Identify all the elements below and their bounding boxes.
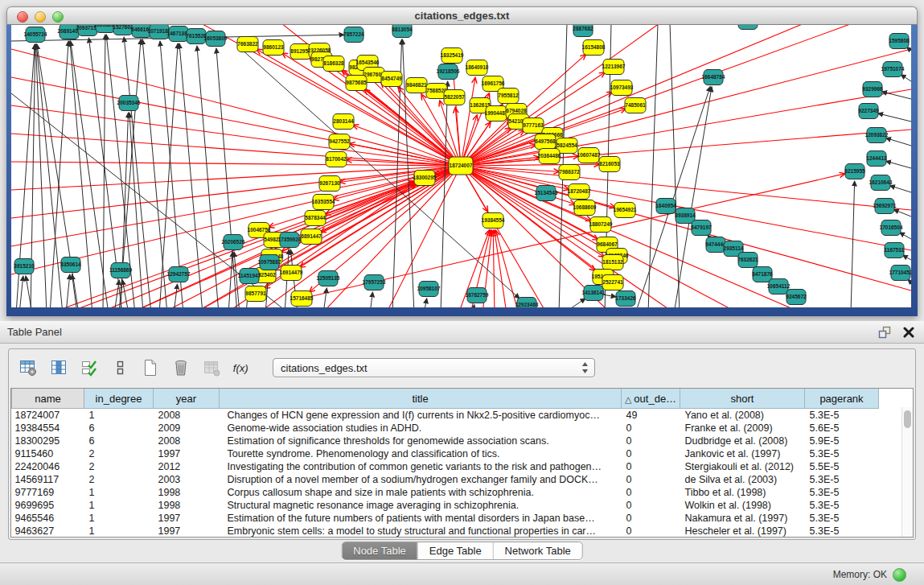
graph-node[interactable]: 8216053 [599,157,620,172]
graph-node[interactable]: 20206526 [222,235,245,250]
column-header-name[interactable]: name [12,389,84,409]
graph-node[interactable]: 12093822 [865,128,889,143]
graph-node[interactable]: 8813054 [392,25,413,38]
tab-edge-table[interactable]: Edge Table [417,542,493,559]
graph-node[interactable]: 10975887 [258,255,281,270]
graph-node[interactable]: 17359924 [278,233,302,248]
graph-node[interactable]: 12923468 [515,298,539,308]
table-row[interactable]: 969969511998Structural magnetic resonanc… [12,499,879,512]
graph-node[interactable]: 7663822 [237,37,258,52]
graph-node[interactable]: 16353554 [312,195,335,210]
table-row[interactable]: 946554611997Estimation of the future num… [12,512,879,525]
delete-table-icon[interactable] [170,357,192,378]
graph-node[interactable]: 12213967 [602,60,626,75]
graph-node[interactable]: 14055724 [24,27,47,43]
graph-node[interactable]: 2522741 [602,275,623,290]
graph-node[interactable]: 9846821 [406,78,427,93]
graph-node[interactable]: 8215955 [844,164,865,179]
graph-node[interactable]: 3915210 [14,259,35,274]
graph-node[interactable]: 1640954 [655,199,676,214]
graph-node[interactable]: 19654921 [614,203,637,218]
graph-node[interactable]: 1167531 [885,243,905,258]
graph-node[interactable]: 19904487 [485,106,508,122]
graph-node[interactable]: 6479197 [691,220,712,236]
graph-node[interactable]: 10688609 [573,200,597,216]
graph-node[interactable]: 17710452 [889,266,911,281]
graph-node[interactable]: 19751074 [881,62,905,77]
graph-node[interactable]: 1527602 [113,25,133,35]
graph-node[interactable]: 1815132 [602,255,623,270]
graph-node[interactable]: 20035346 [117,96,141,111]
graph-node[interactable]: 8350614 [60,257,81,273]
table-row[interactable]: 1830029562008Estimation of significance … [12,435,879,447]
graph-node[interactable]: 9329966 [862,82,883,97]
table-row[interactable]: 911546021997Tourette syndrome. Phenomeno… [12,447,879,460]
graph-node[interactable]: 16053809 [204,31,228,47]
column-header-short[interactable]: short [680,389,805,409]
graph-node[interactable]: 7857224 [343,27,364,43]
graph-node[interactable]: 8454749 [381,72,402,87]
graph-node[interactable]: 11451947 [238,269,261,284]
graph-node[interactable]: 19218506 [437,64,460,80]
graph-node[interactable]: 15716485 [290,291,314,307]
graph-node[interactable]: 17957253 [363,275,386,290]
graph-node[interactable]: 16210643 [869,175,893,191]
graph-node[interactable]: 7955812 [498,89,519,104]
table-row[interactable]: 1938455462009Genome-wide association stu… [12,422,879,435]
column-header-pagerank[interactable]: pagerank [805,389,879,409]
graph-node[interactable]: 18325419 [441,48,464,64]
graph-node[interactable]: 17016504 [880,220,903,236]
graph-node[interactable]: 9875685 [346,76,367,91]
graph-node[interactable]: 2887682 [573,25,593,37]
table-row[interactable]: 977716911998Corpus callosum shape and si… [12,486,879,499]
network-canvas[interactable]: 1872400718300295193845547663822986012389… [11,25,911,307]
table-row[interactable]: 1456911722003Disruption of a novel membe… [12,473,879,486]
table-row[interactable]: 1872400712008Changes of HCN gene express… [12,409,879,422]
graph-node[interactable]: 19384554 [482,213,505,229]
graph-node[interactable]: 16648784 [702,70,725,85]
graph-node[interactable]: 15692971 [873,199,897,214]
graph-node[interactable]: 2803144 [333,114,354,130]
graph-node[interactable]: 15134543 [535,186,558,201]
graph-node[interactable]: 8186328 [323,56,344,72]
table-source-select[interactable]: citations_edges.txt [273,358,595,377]
graph-node[interactable]: 18300295 [413,171,437,186]
tab-node-table[interactable]: Node Table [342,542,417,559]
graph-node[interactable]: 9227349 [858,104,879,119]
graph-node[interactable]: 7986372 [559,165,580,180]
new-table-icon[interactable] [139,357,162,378]
scrollbar-thumb[interactable] [904,410,911,428]
column-header-title[interactable]: title [220,389,622,409]
graph-node[interactable]: 20364486 [538,149,561,164]
graph-node[interactable]: 5878344 [305,211,326,226]
graph-node[interactable]: 10958107 [417,282,441,297]
table-settings-icon[interactable] [17,357,39,378]
float-panel-icon[interactable] [877,325,892,340]
graph-node[interactable]: 18724007 [449,157,473,175]
graph-node[interactable]: 18720487 [568,184,591,200]
graph-node[interactable]: 12505135 [317,271,340,286]
graph-node[interactable]: 6497568 [535,134,556,150]
graph-node[interactable]: 16154808 [582,40,606,56]
graph-node[interactable]: 10973493 [610,80,634,96]
graph-node[interactable]: 1733426 [615,291,636,307]
show-column-icon[interactable] [47,357,70,378]
graph-node[interactable]: 9860123 [263,40,284,56]
graph-node[interactable]: 9857791 [245,286,266,302]
column-header-year[interactable]: year [154,389,220,409]
graph-node[interactable]: 9777163 [523,118,544,134]
graph-node[interactable]: 9245672 [786,290,807,305]
graph-node[interactable]: 8613054 [737,25,758,30]
graph-node[interactable]: 9427552 [329,134,350,150]
graph-node[interactable]: 16914479 [280,266,303,281]
function-builder-icon[interactable]: f(x) [231,357,253,378]
table-vertical-scrollbar[interactable] [901,407,913,537]
import-table-disabled-icon[interactable] [200,357,223,378]
row-height-icon[interactable] [109,357,131,378]
graph-node[interactable]: 9267130 [319,176,340,192]
graph-node[interactable]: 6891447 [301,229,322,245]
graph-node[interactable]: 7632621 [737,253,758,268]
graph-node[interactable]: 12942757 [167,267,191,282]
close-panel-icon[interactable] [901,325,916,340]
graph-node[interactable]: 18640910 [466,60,489,76]
